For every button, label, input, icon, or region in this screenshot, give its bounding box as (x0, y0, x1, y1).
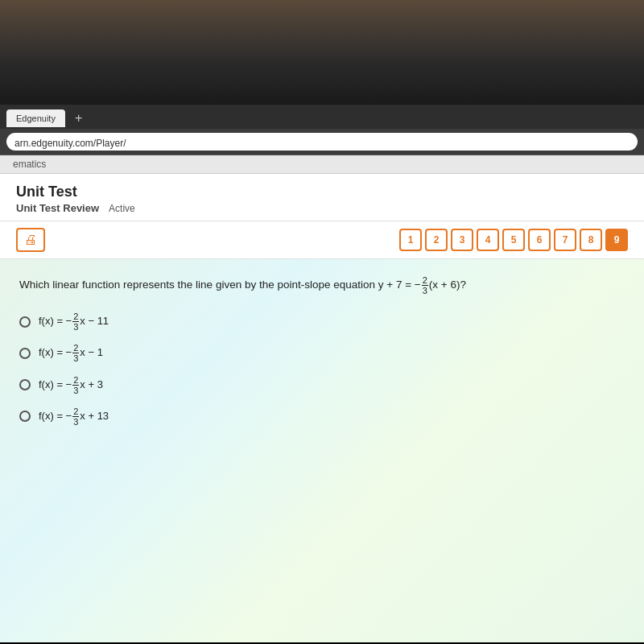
question-nav: 1 2 3 4 5 6 7 8 9 (399, 229, 628, 251)
content-header: Unit Test Unit Test Review Active (0, 174, 644, 221)
new-tab-button[interactable]: + (68, 109, 89, 127)
content-inner: Which linear function represents the lin… (0, 259, 644, 642)
question-btn-5[interactable]: 5 (502, 229, 525, 251)
question-btn-1[interactable]: 1 (399, 229, 422, 251)
question-text-post: (x + 6)? (429, 279, 466, 291)
toolbar: 🖨 1 2 3 4 5 6 7 8 9 (0, 221, 644, 259)
browser-chrome: Edgenuity + arn.edgenuity.com/Player/ (0, 105, 644, 155)
question-btn-3[interactable]: 3 (451, 229, 473, 251)
option-d[interactable]: f(x) = −23x + 13 (19, 407, 625, 427)
option-b-text: f(x) = −23x − 1 (39, 343, 103, 363)
main-content: Unit Test Unit Test Review Active 🖨 1 2 … (0, 174, 644, 642)
question-area: Which linear function represents the lin… (0, 259, 644, 642)
option-b[interactable]: f(x) = −23x − 1 (19, 343, 625, 363)
option-a[interactable]: f(x) = −23x − 11 (19, 312, 625, 332)
question-btn-2[interactable]: 2 (425, 229, 448, 251)
url-input[interactable]: arn.edgenuity.com/Player/ (6, 133, 638, 151)
answer-options: f(x) = −23x − 11 f(x) = −23x − 1 f(x) = … (19, 312, 625, 427)
question-btn-7[interactable]: 7 (554, 229, 576, 251)
radio-c[interactable] (19, 379, 31, 390)
tab-bar: Edgenuity + (0, 105, 644, 129)
radio-a[interactable] (19, 316, 31, 328)
question-btn-8[interactable]: 8 (580, 229, 602, 251)
question-btn-6[interactable]: 6 (528, 229, 551, 251)
radio-d[interactable] (19, 411, 31, 422)
print-button[interactable]: 🖨 (16, 228, 45, 252)
tab-title: Edgenuity (16, 114, 56, 123)
radio-b[interactable] (19, 348, 31, 359)
active-badge: Active (109, 203, 135, 214)
question-text: Which linear function represents the lin… (19, 275, 625, 295)
question-btn-9[interactable]: 9 (605, 229, 628, 251)
option-c-text: f(x) = −23x + 3 (39, 375, 103, 395)
browser-tab[interactable]: Edgenuity (6, 109, 65, 127)
option-a-text: f(x) = −23x − 11 (39, 312, 109, 332)
unit-subtitle: Unit Test Review (16, 202, 99, 214)
unit-title: Unit Test (16, 184, 628, 200)
option-d-text: f(x) = −23x + 13 (39, 407, 109, 427)
background-photo (0, 0, 644, 105)
option-c[interactable]: f(x) = −23x + 3 (19, 375, 625, 395)
breadcrumb: ematics (13, 159, 46, 170)
question-fraction: 23 (422, 275, 428, 295)
content-wrapper: Which linear function represents the lin… (0, 259, 644, 642)
address-bar: arn.edgenuity.com/Player/ (0, 129, 644, 155)
subtitle-row: Unit Test Review Active (16, 202, 628, 214)
print-icon: 🖨 (24, 233, 37, 247)
question-btn-4[interactable]: 4 (477, 229, 499, 251)
app-nav: ematics (0, 155, 644, 174)
question-text-pre: Which linear function represents the lin… (19, 279, 421, 291)
